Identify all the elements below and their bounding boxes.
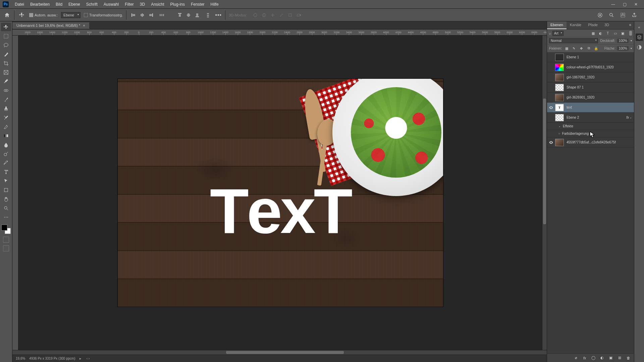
quickmask-toggle[interactable] [3,237,9,243]
layer-thumbnail[interactable] [555,139,564,146]
share-icon[interactable] [631,11,638,19]
layer-name[interactable]: 4559f777db5af...c2efe8428e675f [567,140,632,144]
gradient-tool[interactable] [1,131,11,140]
tab-3d[interactable]: 3D [601,21,612,29]
cloud-icon[interactable] [596,11,604,19]
layer-row[interactable]: girl-1867092_1920 [547,72,634,82]
dodge-tool[interactable] [1,149,11,158]
layer-row[interactable]: Shape 87 1 [547,82,634,93]
nav-arrows[interactable]: ‹ › [87,357,90,360]
layer-thumbnail[interactable] [555,94,564,101]
menu-bild[interactable]: Bild [53,1,65,8]
filter-smart-icon[interactable]: ▣ [620,31,625,36]
layer-visibility-toggle[interactable] [547,105,555,110]
text-layer[interactable]: TexT [210,174,351,247]
layer-row[interactable]: colour-wheel-g97f78d013_1920 [547,62,634,72]
3d-slide[interactable] [278,11,285,19]
filter-type-icon[interactable]: T [605,31,610,36]
layer-group-icon[interactable]: ▣ [608,355,614,361]
layer-row[interactable]: Ebene 1 [547,52,634,62]
window-minimize[interactable]: — [608,0,619,8]
delete-layer-icon[interactable]: 🗑 [625,355,631,361]
blend-mode-select[interactable]: Normal [549,38,598,43]
layer-name[interactable]: text [567,106,632,109]
menu-auswahl[interactable]: Auswahl [101,1,121,8]
crop-tool[interactable] [1,59,11,67]
stamp-tool[interactable] [1,104,11,113]
layer-thumbnail[interactable] [555,54,564,61]
adjustments-shortcut-icon[interactable] [636,44,643,51]
menu-plugins[interactable]: Plug-ins [168,1,187,8]
filter-adjust-icon[interactable]: ◐ [598,31,603,36]
distribute-v[interactable] [204,11,212,19]
layer-name[interactable]: Ebene 2 [567,116,625,119]
align-top[interactable] [176,11,183,19]
menu-filter[interactable]: Filter [122,1,137,8]
ruler-horizontal[interactable]: 1800160014001200100080060040020002004006… [12,29,547,36]
canvas-background[interactable]: TexT [18,36,542,350]
layer-row[interactable]: Ttext [547,103,634,113]
panel-menu[interactable]: ≡ [627,21,634,29]
auto-select-checkbox[interactable]: Autom. ausw.: [29,13,58,17]
eyedropper-tool[interactable] [1,77,11,85]
layer-thumbnail[interactable] [555,64,564,71]
shape-tool[interactable] [1,186,11,194]
lock-transparency-icon[interactable]: ▦ [564,46,569,51]
layer-mask-icon[interactable]: ◯ [590,355,596,361]
layer-fx-header[interactable]: ⌄Effekte [547,123,634,130]
layer-visibility-toggle[interactable] [547,140,555,145]
search-icon[interactable] [608,11,615,19]
fx-expand-icon[interactable]: ⌄ [630,116,632,119]
foreground-color[interactable] [1,225,7,231]
3d-orbit[interactable] [252,11,259,19]
horizontal-scrollbar[interactable] [12,350,547,355]
frame-tool[interactable] [1,68,11,76]
layer-name[interactable]: girl-3626901_1920 [567,96,632,99]
path-select-tool[interactable] [1,177,11,185]
layer-row[interactable]: girl-3626901_1920 [547,93,634,103]
auto-select-target[interactable]: Ebene [61,12,80,18]
window-close[interactable]: ✕ [631,0,641,8]
align-left[interactable] [130,11,137,19]
3d-camera[interactable] [295,11,303,19]
fill-value[interactable]: 100% [617,46,629,51]
screenmode-toggle[interactable] [3,245,9,251]
window-maximize[interactable]: ▢ [619,0,630,8]
lock-pixels-icon[interactable]: ✎ [571,46,577,51]
menu-hilfe[interactable]: Hilfe [208,1,221,8]
align-v-center[interactable] [185,11,192,19]
ruler-vertical[interactable] [12,36,18,350]
3d-roll[interactable] [260,11,268,19]
lock-all-icon[interactable]: 🔒 [593,46,599,51]
distribute-h[interactable] [158,11,165,19]
move-tool[interactable] [1,23,11,31]
3d-pan[interactable] [269,11,276,19]
tab-ebenen[interactable]: Ebenen [547,21,567,29]
lock-position-icon[interactable]: ✥ [579,46,584,51]
menu-schrift[interactable]: Schrift [84,1,100,8]
layer-thumbnail[interactable] [555,74,564,81]
opacity-value[interactable]: 100% [617,39,629,43]
healing-tool[interactable] [1,86,11,95]
layer-row[interactable]: Ebene 2fx⌄ [547,113,634,123]
hand-tool[interactable] [1,195,11,203]
tab-kanaele[interactable]: Kanäle [567,21,585,29]
wand-tool[interactable] [1,50,11,58]
fx-item-toggle-icon[interactable]: ○ [558,132,560,135]
layer-name[interactable]: Shape 87 1 [567,85,632,89]
new-layer-icon[interactable]: ⊞ [616,355,623,361]
3d-scale[interactable] [286,11,294,19]
menu-datei[interactable]: Datei [12,1,27,8]
filter-toggle[interactable] [629,31,632,36]
filter-shape-icon[interactable]: ▭ [612,31,618,36]
marquee-tool[interactable] [1,32,11,40]
opacity-dropdown-icon[interactable]: ▾ [631,39,632,42]
layer-thumbnail[interactable] [555,114,564,121]
layer-fx-item[interactable]: ○Farbüberlagerung [547,130,634,137]
menu-bearbeiten[interactable]: Bearbeiten [28,1,52,8]
fx-toggle-icon[interactable]: ⌄ [558,125,561,128]
doc-info-arrow[interactable]: ▸ [79,357,81,360]
home-button[interactable] [3,11,11,19]
menu-ebene[interactable]: Ebene [66,1,83,8]
more-options[interactable]: ••• [215,12,222,18]
